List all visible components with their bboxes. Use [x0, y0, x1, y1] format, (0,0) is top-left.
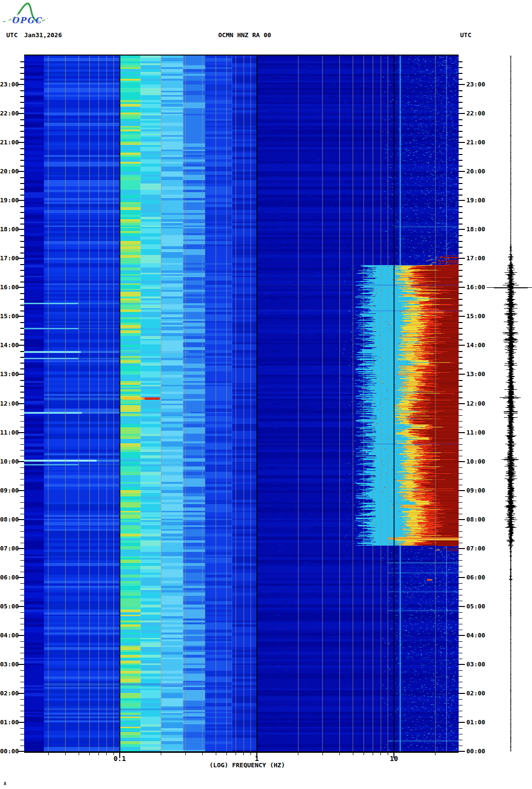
minor-tick-right: [459, 119, 462, 120]
minor-tick-right: [459, 380, 462, 381]
hour-label-left: 04:00: [0, 632, 18, 639]
minor-tick-left: [20, 653, 24, 654]
minor-tick-left: [20, 125, 24, 126]
minor-tick-left: [20, 293, 24, 294]
minor-tick-left: [20, 508, 24, 509]
spectrogram-canvas: [24, 56, 459, 751]
freq-minor-tick: [48, 753, 49, 755]
freq-minor-tick: [243, 753, 244, 755]
hour-label-left: 19:00: [0, 197, 18, 204]
hour-tick-left: [18, 432, 24, 433]
minor-tick-right: [459, 137, 462, 138]
opgc-logo: OPGC: [1, 2, 78, 27]
minor-tick-right: [459, 328, 462, 329]
minor-tick-left: [20, 328, 24, 329]
hour-label-right: 22:00: [466, 110, 485, 117]
minor-tick-right: [459, 467, 462, 468]
hour-label-left: 09:00: [0, 487, 18, 494]
minor-tick-left: [20, 334, 24, 335]
hour-label-right: 03:00: [466, 661, 485, 668]
minor-tick-right: [459, 224, 462, 225]
freq-minor-tick: [98, 753, 99, 755]
hour-tick-right: [459, 258, 465, 259]
hour-label-left: 11:00: [0, 429, 18, 436]
hour-label-left: 02:00: [0, 690, 18, 697]
minor-tick-left: [20, 67, 24, 68]
minor-tick-right: [459, 270, 462, 271]
minor-tick-right: [459, 734, 462, 735]
hour-label-right: 21:00: [466, 139, 485, 146]
minor-tick-right: [459, 160, 462, 161]
minor-tick-left: [20, 705, 24, 706]
hour-label-left: 14:00: [0, 341, 18, 349]
hour-tick-left: [18, 548, 24, 549]
hour-tick-left: [18, 461, 24, 462]
minor-tick-left: [20, 247, 24, 248]
minor-tick-left: [20, 96, 24, 97]
minor-tick-left: [20, 456, 24, 457]
hour-label-right: 12:00: [466, 400, 485, 407]
freq-minor-tick: [65, 753, 66, 755]
hour-label-right: 00:00: [466, 747, 485, 755]
minor-tick-left: [20, 90, 24, 91]
hour-tick-left: [18, 84, 24, 85]
hour-tick-right: [459, 577, 465, 578]
minor-tick-left: [20, 676, 24, 677]
hour-tick-left: [18, 287, 24, 288]
hour-label-left: 06:00: [0, 574, 18, 581]
minor-tick-right: [459, 310, 462, 311]
minor-tick-right: [459, 508, 462, 509]
hour-tick-right: [459, 635, 465, 636]
freq-minor-tick: [435, 753, 435, 755]
hour-label-right: 08:00: [466, 516, 485, 523]
minor-tick-right: [459, 357, 462, 358]
minor-tick-left: [20, 746, 24, 747]
minor-tick-right: [459, 670, 462, 671]
minor-tick-right: [459, 218, 462, 219]
minor-tick-left: [20, 670, 24, 671]
minor-tick-left: [20, 438, 24, 439]
frequency-axis-label: (LOG) FREQUENCY (HZ): [210, 761, 285, 769]
minor-tick-right: [459, 444, 462, 445]
minor-tick-left: [20, 392, 24, 393]
minor-tick-left: [20, 160, 24, 161]
freq-minor-tick: [216, 753, 216, 755]
hour-label-right: 04:00: [466, 632, 485, 639]
hour-label-right: 16:00: [466, 283, 485, 291]
minor-tick-right: [459, 560, 462, 561]
header-utc-right: UTC: [460, 31, 471, 39]
minor-tick-left: [20, 583, 24, 584]
footnote-glyph: A: [4, 780, 6, 788]
minor-tick-left: [20, 183, 24, 184]
minor-tick-left: [20, 397, 24, 398]
minor-tick-right: [459, 647, 462, 648]
minor-tick-left: [20, 659, 24, 660]
minor-tick-left: [20, 618, 24, 619]
minor-tick-left: [20, 102, 24, 103]
freq-minor-tick: [373, 753, 373, 755]
hour-label-left: 03:00: [0, 661, 18, 668]
minor-tick-right: [459, 421, 462, 422]
minor-tick-right: [459, 711, 462, 712]
minor-tick-right: [459, 131, 462, 132]
minor-tick-left: [20, 601, 24, 602]
minor-tick-left: [20, 514, 24, 515]
hour-label-right: 11:00: [466, 429, 485, 436]
minor-tick-right: [459, 166, 462, 167]
hour-tick-right: [459, 432, 465, 433]
minor-tick-right: [459, 566, 462, 567]
hour-label-left: 16:00: [0, 283, 18, 291]
hour-label-left: 23:00: [0, 81, 18, 88]
minor-tick-right: [459, 456, 462, 457]
minor-tick-right: [459, 740, 462, 741]
minor-tick-left: [20, 560, 24, 561]
minor-tick-left: [20, 131, 24, 132]
header-station-title: OCMN HNZ RA 00: [218, 31, 271, 39]
hour-label-left: 08:00: [0, 516, 18, 523]
minor-tick-right: [459, 235, 462, 236]
minor-tick-right: [459, 496, 462, 497]
hour-label-right: 07:00: [466, 545, 485, 552]
minor-tick-right: [459, 601, 462, 602]
minor-tick-right: [459, 206, 462, 207]
hour-tick-left: [18, 722, 24, 723]
